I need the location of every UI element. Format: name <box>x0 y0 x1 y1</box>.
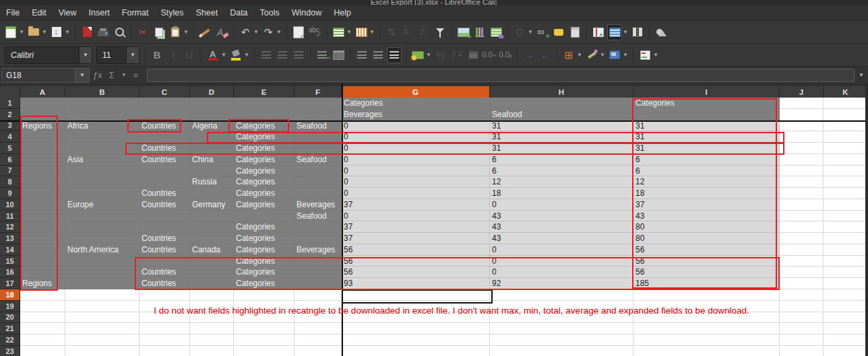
column-header-d[interactable]: D <box>190 86 234 98</box>
cell-B16[interactable] <box>65 266 140 278</box>
cut-button[interactable]: ✂ <box>135 24 150 40</box>
cell-E2[interactable] <box>234 109 294 120</box>
cell-C6[interactable]: Countries <box>140 154 190 166</box>
chevron-down-icon[interactable]: ▼ <box>79 47 92 63</box>
cell-A3[interactable]: Regions <box>20 120 65 132</box>
cell-C23[interactable] <box>140 346 190 356</box>
cell-J10[interactable] <box>780 199 824 211</box>
cell-H7[interactable]: 6 <box>490 166 633 177</box>
cell-B23[interactable] <box>65 346 140 356</box>
row-header-23[interactable]: 23 <box>0 346 20 356</box>
cell-I13[interactable]: 80 <box>633 233 780 244</box>
cell-H9[interactable]: 18 <box>490 188 633 199</box>
cell-F15[interactable] <box>294 256 342 267</box>
cell-K7[interactable] <box>824 166 868 177</box>
cell-J14[interactable] <box>780 244 824 256</box>
cell-E13[interactable]: Categories <box>234 233 294 244</box>
cell-I3[interactable]: 31 <box>633 120 780 132</box>
cell-F4[interactable] <box>294 131 342 143</box>
borders-button[interactable]: ⊞ <box>561 47 576 63</box>
chevron-down-icon[interactable]: ▼ <box>528 29 533 35</box>
cell-K23[interactable] <box>824 346 868 356</box>
cell-B8[interactable] <box>65 176 140 188</box>
cell-E15[interactable]: Categories <box>234 256 294 267</box>
cell-F19[interactable] <box>294 301 342 312</box>
cell-B21[interactable] <box>65 323 140 334</box>
cell-F11[interactable]: Seafood <box>294 211 342 222</box>
cell-J12[interactable] <box>780 221 824 233</box>
cell-F6[interactable]: Seafood <box>294 154 342 166</box>
cell-A7[interactable] <box>20 166 65 177</box>
cell-E16[interactable]: Categories <box>234 266 294 278</box>
row-header-3[interactable]: 3 <box>0 120 20 132</box>
menu-item-view[interactable]: View <box>53 6 83 20</box>
cell-C2[interactable] <box>140 109 190 120</box>
freeze-rows-columns-button[interactable] <box>607 24 622 40</box>
cell-A2[interactable] <box>20 109 65 120</box>
column-header-j[interactable]: J <box>780 86 824 98</box>
menu-item-tools[interactable]: Tools <box>254 6 286 20</box>
cell-B3[interactable]: Africa <box>65 120 140 132</box>
cell-B13[interactable] <box>65 233 140 244</box>
cell-K4[interactable] <box>824 131 868 143</box>
cell-K6[interactable] <box>824 154 868 166</box>
sort-ascending-button[interactable]: A↓ <box>400 24 415 40</box>
cell-A6[interactable] <box>20 154 65 166</box>
cell-F22[interactable] <box>294 334 342 346</box>
cell-B12[interactable] <box>65 221 140 233</box>
cell-B19[interactable] <box>65 301 140 312</box>
cell-C12[interactable] <box>140 221 190 233</box>
cell-I17[interactable]: 185 <box>633 278 780 289</box>
menu-item-styles[interactable]: Styles <box>154 6 189 20</box>
cell-F8[interactable] <box>294 176 342 188</box>
cell-E3[interactable]: Categories <box>234 120 294 132</box>
cell-E9[interactable]: Categories <box>234 188 294 199</box>
cell-I19[interactable] <box>633 301 780 312</box>
cell-K9[interactable] <box>824 188 868 199</box>
row-header-5[interactable]: 5 <box>0 143 20 154</box>
percent-format-button[interactable]: % <box>433 47 448 63</box>
split-window-button[interactable] <box>630 24 645 40</box>
cell-I20[interactable] <box>633 312 780 324</box>
cell-C7[interactable] <box>140 166 190 177</box>
menu-item-sheet[interactable]: Sheet <box>189 6 224 20</box>
cell-C4[interactable] <box>140 131 190 143</box>
spreadsheet-area[interactable]: ABCDEFGHIJK 1CategoriesCategories2Bevera… <box>0 83 868 356</box>
cell-A17[interactable]: Regions <box>20 278 65 289</box>
cell-I18[interactable] <box>633 289 780 301</box>
chevron-down-icon[interactable]: ▼ <box>600 52 605 58</box>
cell-C5[interactable]: Countries <box>140 143 190 154</box>
cell-A23[interactable] <box>20 346 65 356</box>
row-header-12[interactable]: 12 <box>0 221 20 233</box>
cell-C17[interactable]: Countries <box>140 278 190 289</box>
chevron-down-icon[interactable]: ▼ <box>183 29 189 35</box>
cell-H12[interactable]: 43 <box>490 221 633 233</box>
cell-A18[interactable] <box>20 289 65 301</box>
cell-C11[interactable] <box>140 211 190 222</box>
column-header-c[interactable]: C <box>140 86 190 98</box>
cell-K3[interactable] <box>824 120 868 132</box>
cell-B20[interactable] <box>65 312 140 324</box>
cell-E11[interactable] <box>234 211 294 222</box>
cell-A10[interactable] <box>20 199 65 211</box>
cell-F5[interactable] <box>294 143 342 154</box>
chevron-down-icon[interactable]: ▼ <box>623 29 628 35</box>
cell-B7[interactable] <box>65 166 140 177</box>
cell-H8[interactable]: 12 <box>490 176 633 188</box>
row-header-2[interactable]: 2 <box>0 109 20 120</box>
border-color-button[interactable] <box>607 47 622 63</box>
cell-F1[interactable] <box>294 98 342 109</box>
chevron-down-icon[interactable]: ▼ <box>577 52 582 58</box>
cell-G19[interactable] <box>342 301 490 312</box>
cell-H21[interactable] <box>490 323 633 334</box>
cell-E4[interactable]: Categories <box>234 131 294 143</box>
cell-J6[interactable] <box>780 154 824 166</box>
row-header-22[interactable]: 22 <box>0 334 20 346</box>
print-preview-button[interactable] <box>112 24 127 40</box>
insert-hyperlink-button[interactable] <box>535 24 550 40</box>
chevron-down-icon[interactable]: ▼ <box>75 68 90 83</box>
underline-button[interactable]: U <box>182 47 197 63</box>
cell-H11[interactable]: 43 <box>490 211 633 222</box>
cell-B17[interactable] <box>65 278 140 289</box>
chevron-down-icon[interactable]: ▼ <box>121 72 127 78</box>
